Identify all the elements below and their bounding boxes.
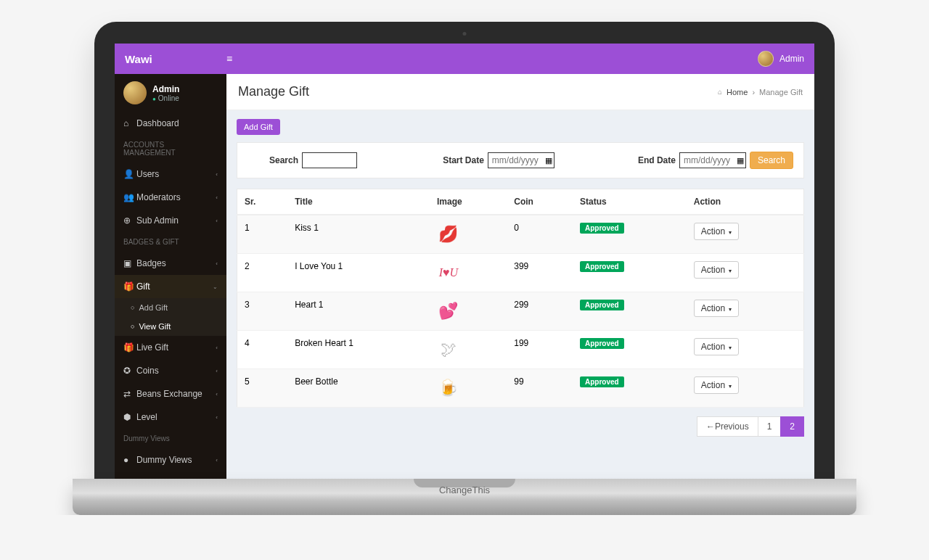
breadcrumb: ⌂ Home › Manage Gift: [718, 88, 803, 96]
status-badge: Approved: [580, 300, 624, 310]
cell-image: I♥U: [430, 254, 507, 292]
end-date-label: End Date: [638, 155, 676, 165]
action-dropdown-button[interactable]: Action ▾: [694, 261, 740, 279]
avatar: [123, 81, 147, 104]
gift-image-icon: 💕: [437, 300, 460, 323]
column-header: Title: [287, 189, 430, 215]
cell-sr: 4: [237, 331, 288, 369]
content: Manage Gift ⌂ Home › Manage Gift Add Gif…: [226, 74, 814, 479]
chevron-down-icon: ⌄: [213, 284, 218, 290]
sidebar-header-accounts: ACCOUNTS MANAGEMENT: [115, 135, 226, 162]
top-user-name: Admin: [779, 54, 804, 64]
search-label: Search: [269, 155, 298, 165]
cell-coin: 299: [507, 292, 573, 331]
sidebar-user-name: Admin: [152, 84, 179, 94]
action-dropdown-button[interactable]: Action ▾: [694, 338, 740, 355]
action-dropdown-button[interactable]: Action ▾: [694, 223, 740, 240]
gift-icon: 🎁: [123, 281, 136, 292]
sidebar: Admin ●Online ⌂ Dashboard ACCOUNTS MANAG…: [115, 74, 226, 479]
cell-action: Action ▾: [687, 254, 804, 292]
cell-action: Action ▾: [687, 331, 804, 369]
action-dropdown-button[interactable]: Action ▾: [694, 300, 740, 317]
breadcrumb-home[interactable]: Home: [727, 88, 748, 96]
chevron-left-icon: ‹: [216, 345, 218, 351]
gift-icon: 🎁: [123, 342, 136, 353]
page-1-button[interactable]: 1: [758, 416, 782, 437]
gift-image-icon: I♥U: [437, 261, 460, 284]
table-row: 4Broken Heart 1🕊199ApprovedAction ▾: [237, 331, 804, 369]
column-header: Action: [687, 189, 804, 215]
page-prev-button[interactable]: ←Previous: [697, 416, 758, 437]
cell-image: 💋: [430, 215, 507, 254]
brand: Wawi: [125, 53, 226, 65]
cell-coin: 99: [507, 369, 573, 408]
menu-toggle-icon[interactable]: ≡: [226, 53, 232, 65]
coin-icon: ✪: [123, 366, 136, 376]
circle-icon: ○: [131, 304, 134, 311]
sidebar-sub-view-gift[interactable]: ○View Gift: [115, 317, 226, 336]
column-header: Status: [573, 189, 687, 215]
chevron-left-icon: ‹: [216, 260, 218, 267]
start-date-input[interactable]: [488, 152, 554, 168]
dashboard-icon: ⌂: [123, 118, 136, 128]
caret-down-icon: ▾: [729, 306, 732, 313]
cell-image: 💕: [430, 292, 507, 331]
sidebar-header-badges: BADGES & GIFT: [115, 232, 226, 252]
sidebar-item-livegift[interactable]: 🎁Live Gift‹: [115, 336, 226, 359]
cell-title: Broken Heart 1: [287, 331, 430, 369]
table-row: 5Beer Bottle🍺99ApprovedAction ▾: [237, 369, 804, 408]
sidebar-item-subadmin[interactable]: ⊕Sub Admin‹: [115, 209, 226, 232]
sidebar-item-moderators[interactable]: 👥Moderators‹: [115, 186, 226, 209]
cell-title: Heart 1: [287, 292, 430, 331]
sidebar-user-status: ●Online: [152, 94, 179, 102]
circle-icon: ○: [131, 323, 134, 330]
top-user-menu[interactable]: Admin: [758, 51, 804, 67]
laptop-label: ChangeThis: [73, 485, 856, 495]
table-row: 3Heart 1💕299ApprovedAction ▾: [237, 292, 804, 331]
search-input[interactable]: [302, 152, 357, 168]
cell-status: Approved: [573, 331, 687, 369]
cell-sr: 2: [237, 254, 288, 292]
avatar: [758, 51, 774, 67]
sidebar-user: Admin ●Online: [115, 74, 226, 112]
chevron-left-icon: ‹: [216, 194, 218, 201]
end-date-input[interactable]: [679, 152, 746, 168]
filter-bar: Search Start Date ▦ End Date: [237, 142, 804, 178]
sidebar-item-beans[interactable]: ⇄Beans Exchange‹: [115, 382, 226, 405]
start-date-label: Start Date: [443, 155, 484, 165]
cell-sr: 5: [237, 369, 288, 408]
gift-table: Sr.TitleImageCoinStatusAction 1Kiss 1💋0A…: [237, 189, 804, 408]
sidebar-item-users[interactable]: 👤Users‹: [115, 162, 226, 186]
sidebar-item-dummy[interactable]: ●Dummy Views‹: [115, 448, 226, 472]
sidebar-header-dummy: Dummy Views: [115, 429, 226, 448]
exchange-icon: ⇄: [123, 389, 136, 399]
breadcrumb-current: Manage Gift: [759, 88, 803, 96]
cell-coin: 0: [507, 215, 573, 254]
sidebar-item-gift[interactable]: 🎁Gift⌄: [115, 275, 226, 298]
topbar: Wawi ≡ Admin: [115, 44, 814, 74]
gift-image-icon: 🕊: [437, 338, 460, 361]
gift-image-icon: 💋: [437, 223, 460, 246]
cell-image: 🍺: [430, 369, 507, 408]
users-icon: 👥: [123, 192, 136, 202]
column-header: Sr.: [237, 189, 288, 215]
column-header: Image: [430, 189, 507, 215]
caret-down-icon: ▾: [729, 345, 732, 351]
add-gift-button[interactable]: Add Gift: [237, 119, 280, 135]
cell-status: Approved: [573, 369, 687, 408]
cell-sr: 3: [237, 292, 288, 331]
dot-icon: ●: [123, 455, 136, 465]
page-2-button[interactable]: 2: [780, 416, 804, 437]
badge-icon: ▣: [123, 258, 136, 268]
sidebar-item-level[interactable]: ⬢Level‹: [115, 405, 226, 429]
sidebar-item-dashboard[interactable]: ⌂ Dashboard: [115, 112, 226, 135]
search-button[interactable]: Search: [750, 152, 793, 169]
caret-down-icon: ▾: [729, 383, 732, 390]
sidebar-item-coins[interactable]: ✪Coins‹: [115, 359, 226, 382]
sidebar-sub-add-gift[interactable]: ○Add Gift: [115, 298, 226, 317]
chevron-left-icon: ‹: [216, 414, 218, 421]
action-dropdown-button[interactable]: Action ▾: [694, 376, 740, 394]
cell-coin: 199: [507, 331, 573, 369]
cell-title: Beer Bottle: [287, 369, 430, 408]
sidebar-item-badges[interactable]: ▣Badges‹: [115, 252, 226, 275]
